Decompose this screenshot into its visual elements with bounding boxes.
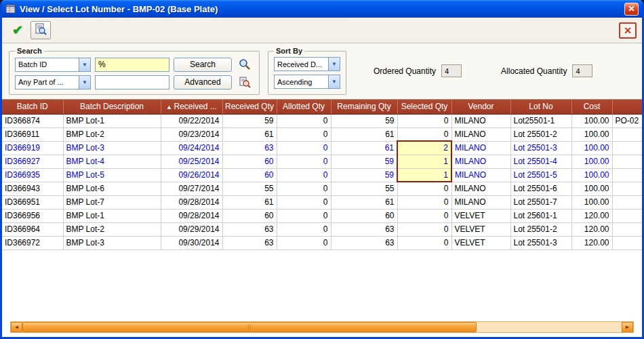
cell[interactable]: VELVET xyxy=(451,236,510,250)
cell[interactable] xyxy=(612,127,642,141)
cell[interactable]: 0 xyxy=(277,127,331,141)
table-row[interactable]: ID366919BMP Lot-309/24/2014630612MILANOL… xyxy=(2,141,642,155)
cell[interactable]: ID366964 xyxy=(2,222,63,236)
cell[interactable]: ID366911 xyxy=(2,127,63,141)
cell[interactable]: BMP Lot-6 xyxy=(63,182,161,195)
column-header[interactable]: Vendor xyxy=(451,100,510,114)
cell[interactable]: 09/30/2014 xyxy=(161,236,222,250)
search-magnifier-button[interactable] xyxy=(236,57,254,72)
scrollbar-track[interactable] xyxy=(477,322,622,332)
table-row[interactable]: ID366964BMP Lot-209/29/2014630630VELVETL… xyxy=(2,222,642,236)
cell[interactable]: 59 xyxy=(331,114,397,127)
cell[interactable]: BMP Lot-2 xyxy=(63,127,161,141)
advanced-button[interactable]: Advanced xyxy=(174,75,232,89)
cell[interactable]: 09/25/2014 xyxy=(161,155,222,168)
sort-field-combo[interactable]: Received D... ▼ xyxy=(274,57,340,71)
cell[interactable]: 0 xyxy=(277,114,331,127)
column-header[interactable]: Selected Qty xyxy=(397,100,451,114)
titlebar-close-button[interactable]: ✕ xyxy=(624,3,639,16)
advanced-filter-button[interactable] xyxy=(236,75,254,89)
cell[interactable] xyxy=(612,168,642,182)
cell[interactable]: 0 xyxy=(277,155,331,168)
cell[interactable]: BMP Lot-5 xyxy=(63,168,161,182)
cell[interactable]: 0 xyxy=(277,168,331,182)
cell[interactable]: 0 xyxy=(277,209,331,222)
cell[interactable]: 0 xyxy=(277,222,331,236)
cell[interactable]: 0 xyxy=(277,182,331,195)
cell[interactable]: Lot 25601-1 xyxy=(510,209,571,222)
cell[interactable]: 60 xyxy=(222,168,277,182)
search-match-combo[interactable]: Any Part of ... ▼ xyxy=(15,75,91,89)
cell[interactable]: 63 xyxy=(331,222,397,236)
cell[interactable]: 63 xyxy=(222,222,277,236)
cell[interactable]: 09/27/2014 xyxy=(161,182,222,195)
scroll-right-button[interactable]: ► xyxy=(622,322,633,332)
cell[interactable]: 60 xyxy=(222,209,277,222)
cell[interactable]: 59 xyxy=(331,155,397,168)
cell[interactable]: 55 xyxy=(331,182,397,195)
cell[interactable]: ID366935 xyxy=(2,168,63,182)
chevron-down-icon[interactable]: ▼ xyxy=(328,75,340,88)
cell[interactable] xyxy=(612,182,642,195)
cell[interactable]: 59 xyxy=(222,114,277,127)
selected-qty-cell[interactable]: 1 xyxy=(397,168,451,182)
cell[interactable]: BMP Lot-1 xyxy=(63,209,161,222)
advanced-value-input[interactable] xyxy=(95,75,169,89)
column-header[interactable]: Batch ID xyxy=(2,100,63,114)
cell[interactable]: 100.00 xyxy=(571,168,612,182)
cell[interactable] xyxy=(612,236,642,250)
cell[interactable]: 61 xyxy=(331,195,397,209)
cell[interactable]: VELVET xyxy=(451,222,510,236)
cell[interactable]: 09/26/2014 xyxy=(161,168,222,182)
print-preview-button[interactable] xyxy=(31,21,51,39)
cell[interactable]: ID366956 xyxy=(2,209,63,222)
cell[interactable]: Lot 25501-2 xyxy=(510,222,571,236)
table-row[interactable]: ID366943BMP Lot-609/27/2014550550MILANOL… xyxy=(2,182,642,195)
selected-qty-cell[interactable]: 0 xyxy=(397,182,451,195)
cell[interactable]: 120.00 xyxy=(571,209,612,222)
cell[interactable]: 120.00 xyxy=(571,236,612,250)
column-header[interactable]: Lot No xyxy=(510,100,571,114)
cell[interactable]: 60 xyxy=(331,209,397,222)
cell[interactable]: 61 xyxy=(331,127,397,141)
cell[interactable]: 63 xyxy=(331,236,397,250)
cell[interactable] xyxy=(612,195,642,209)
cell[interactable]: 63 xyxy=(222,141,277,155)
column-header[interactable]: PO xyxy=(612,100,642,114)
cell[interactable]: 0 xyxy=(277,141,331,155)
cell[interactable]: 63 xyxy=(222,236,277,250)
cell[interactable]: 59 xyxy=(331,168,397,182)
cell[interactable]: MILANO xyxy=(451,182,510,195)
cell[interactable]: BMP Lot-2 xyxy=(63,222,161,236)
table-row[interactable]: ID366911BMP Lot-209/23/2014610610MILANOL… xyxy=(2,127,642,141)
cell[interactable]: 09/28/2014 xyxy=(161,209,222,222)
selected-qty-cell[interactable]: 0 xyxy=(397,114,451,127)
cell[interactable]: BMP Lot-4 xyxy=(63,155,161,168)
cell[interactable]: 100.00 xyxy=(571,114,612,127)
cell[interactable]: Lot 25501-3 xyxy=(510,236,571,250)
cell[interactable]: Lot 25501-4 xyxy=(510,155,571,168)
scrollbar-thumb[interactable] xyxy=(22,322,477,332)
chevron-down-icon[interactable]: ▼ xyxy=(79,76,90,89)
cell[interactable]: 09/28/2014 xyxy=(161,195,222,209)
cell[interactable]: MILANO xyxy=(451,155,510,168)
cell[interactable] xyxy=(612,141,642,155)
cell[interactable]: MILANO xyxy=(451,114,510,127)
cell[interactable]: VELVET xyxy=(451,209,510,222)
cell[interactable]: ID366951 xyxy=(2,195,63,209)
cell[interactable]: 61 xyxy=(222,127,277,141)
cell[interactable]: BMP Lot-3 xyxy=(63,236,161,250)
cell[interactable]: MILANO xyxy=(451,168,510,182)
cell[interactable]: 09/24/2014 xyxy=(161,141,222,155)
cell[interactable]: MILANO xyxy=(451,141,510,155)
cell[interactable]: Lot 25501-6 xyxy=(510,182,571,195)
cell[interactable]: 100.00 xyxy=(571,182,612,195)
cell[interactable]: 100.00 xyxy=(571,127,612,141)
table-row[interactable]: ID366935BMP Lot-509/26/2014600591MILANOL… xyxy=(2,168,642,182)
cell[interactable]: 120.00 xyxy=(571,222,612,236)
cell[interactable]: 61 xyxy=(331,141,397,155)
selected-qty-cell[interactable]: 0 xyxy=(397,195,451,209)
cell[interactable]: ID366927 xyxy=(2,155,63,168)
cell[interactable]: 0 xyxy=(277,195,331,209)
cell[interactable]: ID366919 xyxy=(2,141,63,155)
